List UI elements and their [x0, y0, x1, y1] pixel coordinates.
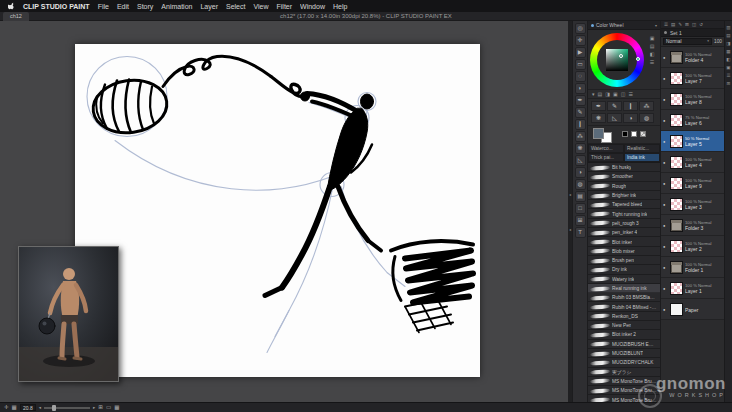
menu-item[interactable]: View — [253, 3, 268, 10]
saturation-value-square[interactable] — [606, 49, 628, 71]
tool-button[interactable]: T — [575, 227, 586, 238]
brush-list-item[interactable]: Blob mixer — [588, 247, 660, 256]
brush-list-item[interactable]: Tight running ink — [588, 209, 660, 218]
layer-visibility-toggle[interactable] — [663, 160, 668, 165]
brush-list-item[interactable]: MUOZIBRUSH EDGE — [588, 340, 660, 349]
statusbar-icon[interactable]: ▦ — [12, 403, 17, 412]
dock-icon[interactable]: ⊞ — [727, 81, 731, 86]
subtool-button[interactable]: ◑ — [623, 113, 638, 123]
layer-opacity-value[interactable]: 100 — [714, 39, 722, 44]
menu-item[interactable]: Story — [137, 3, 153, 10]
layer-panel-icon[interactable]: ☰ — [664, 22, 668, 27]
mini-toolbar-icon[interactable]: ▤ — [598, 91, 603, 97]
brush-list-item[interactable]: Tapered bleed — [588, 200, 660, 209]
tool-button[interactable]: ✎ — [575, 107, 586, 118]
layer-visibility-toggle[interactable] — [663, 202, 668, 207]
layer-row[interactable]: 100 % Normal Layer 8 — [661, 89, 724, 110]
brush-list-item[interactable]: MS MonoTone Brush 1 — [588, 377, 660, 386]
layer-row[interactable]: 75 % Normal Layer 6 — [661, 110, 724, 131]
statusbar-icon[interactable]: ▦ — [114, 403, 119, 412]
mini-toolbar-icon[interactable]: ▣ — [613, 91, 618, 97]
brush-list-item[interactable]: Renkon_DS — [588, 312, 660, 321]
layer-visibility-toggle[interactable] — [663, 286, 668, 291]
tool-button[interactable]: ▭ — [575, 59, 586, 70]
layer-row[interactable]: 100 % Normal Layer 9 — [661, 173, 724, 194]
dock-icon[interactable]: ◨ — [726, 41, 730, 46]
subtool-button[interactable]: ◺ — [607, 113, 622, 123]
layer-thumbnail[interactable] — [670, 282, 683, 295]
subtool-group-tab[interactable]: India ink — [624, 153, 660, 162]
brush-list-item[interactable]: pen_inker 4 — [588, 228, 660, 237]
tool-button[interactable]: ⊞ — [575, 215, 586, 226]
layer-panel-icon[interactable]: ▤ — [671, 22, 675, 27]
tool-button[interactable]: ◎ — [575, 23, 586, 34]
statusbar-icon[interactable]: ✛ — [4, 403, 9, 412]
menu-app-name[interactable]: CLIP STUDIO PAINT — [23, 3, 90, 10]
layer-visibility-toggle[interactable] — [663, 244, 668, 249]
subtool-button[interactable]: ❙ — [623, 101, 638, 111]
layer-panel-icon[interactable]: ⊞ — [685, 22, 689, 27]
menu-item[interactable]: Select — [226, 3, 245, 10]
brush-list-item[interactable]: Real running ink — [588, 284, 660, 293]
color-panel-icon[interactable]: ◧ — [650, 51, 655, 57]
brush-list-item[interactable]: MUOZIDRYCHALK — [588, 358, 660, 367]
layer-visibility-toggle[interactable] — [663, 181, 668, 186]
brush-list-item[interactable]: Watery ink — [588, 275, 660, 284]
layer-row[interactable]: 100 % Normal Folder 1 — [661, 257, 724, 278]
statusbar-icon[interactable]: ⊞ — [98, 403, 103, 412]
brush-list-item[interactable]: Dry ink — [588, 265, 660, 274]
layer-row[interactable]: 50 % Normal Layer 5 — [661, 131, 724, 152]
layer-thumbnail[interactable] — [670, 303, 683, 316]
layer-row[interactable]: Paper — [661, 299, 724, 320]
menu-item[interactable]: Animation — [161, 3, 192, 10]
brush-list-item[interactable]: Rubih 04 BMixed - by Do... — [588, 302, 660, 311]
dock-icon[interactable]: ☰ — [726, 73, 730, 78]
brush-list-item[interactable]: pelt_rough 3 — [588, 219, 660, 228]
main-color-chip[interactable] — [593, 128, 604, 139]
drawing-canvas[interactable] — [75, 44, 480, 377]
color-wheel-header[interactable]: Color Wheel — [588, 21, 660, 30]
subtool-group-tab[interactable]: Waterco... — [588, 144, 624, 153]
menu-item[interactable]: Help — [333, 3, 347, 10]
layer-visibility-toggle[interactable] — [663, 118, 668, 123]
tool-button[interactable]: ✒ — [575, 95, 586, 106]
tool-button[interactable]: ◗ — [575, 83, 586, 94]
layer-thumbnail[interactable] — [670, 135, 683, 148]
brush-list-item[interactable]: New Pen — [588, 321, 660, 330]
apple-logo-icon[interactable] — [8, 2, 15, 11]
mini-toolbar-icon[interactable]: ◨ — [605, 91, 610, 97]
color-wheel[interactable] — [590, 33, 644, 87]
black-color-chip[interactable] — [622, 131, 628, 137]
brush-list-item[interactable]: Bit husky — [588, 163, 660, 172]
layer-thumbnail[interactable] — [670, 240, 683, 253]
menu-item[interactable]: Edit — [117, 3, 129, 10]
dock-icon[interactable]: ▣ — [726, 65, 730, 70]
sv-cursor[interactable] — [619, 54, 623, 58]
tool-button[interactable]: ◌ — [575, 71, 586, 82]
layer-thumbnail[interactable] — [670, 93, 683, 106]
brush-list-item[interactable]: MS MonoTone Brush 2 — [588, 386, 660, 395]
menu-item[interactable]: Filter — [277, 3, 293, 10]
menu-item[interactable]: File — [98, 3, 109, 10]
dock-icon[interactable]: ▤ — [726, 33, 730, 38]
layer-row[interactable]: 100 % Normal Layer 2 — [661, 236, 724, 257]
mini-toolbar-icon[interactable]: ◫ — [621, 91, 626, 97]
subtool-group-tab[interactable]: Thick pai... — [588, 153, 624, 162]
layer-panel-icon[interactable]: ↺ — [699, 22, 703, 27]
subtool-button[interactable]: ✎ — [607, 101, 622, 111]
mini-toolbar-icon[interactable]: ☰ — [628, 91, 632, 97]
layer-visibility-toggle[interactable] — [663, 55, 668, 60]
tool-button[interactable]: ◺ — [575, 155, 586, 166]
menu-item[interactable]: Window — [300, 3, 325, 10]
brush-list-item[interactable]: Rubih 03 BMSBlack - by ... — [588, 293, 660, 302]
dock-icon[interactable]: ▥ — [726, 25, 730, 30]
tool-button[interactable]: ▶ — [575, 47, 586, 58]
layer-thumbnail[interactable] — [670, 198, 683, 211]
layer-panel-icon[interactable]: ✎ — [678, 22, 682, 27]
layer-thumbnail[interactable] — [670, 261, 683, 274]
tool-button[interactable]: □ — [575, 203, 586, 214]
subtool-button[interactable]: ⁂ — [639, 101, 654, 111]
layer-row[interactable]: 100 % Normal Folder 4 — [661, 47, 724, 68]
layer-row[interactable]: 100 % Normal Layer 1 — [661, 278, 724, 299]
dock-icon[interactable]: ▦ — [726, 49, 730, 54]
